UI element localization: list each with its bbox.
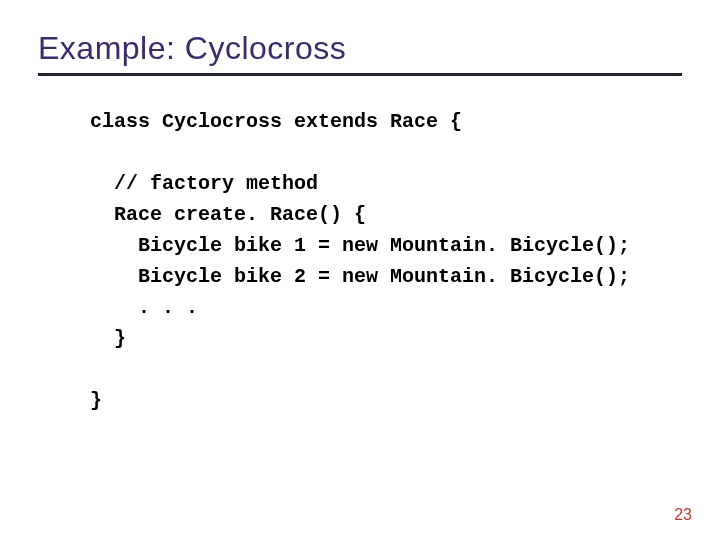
code-line: Race create. Race() { — [90, 203, 366, 226]
code-block: class Cyclocross extends Race { // facto… — [90, 106, 682, 416]
code-line: // factory method — [90, 172, 318, 195]
code-line: } — [90, 389, 102, 412]
code-line: Bicycle bike 1 = new Mountain. Bicycle()… — [90, 234, 630, 257]
code-line: class Cyclocross extends Race { — [90, 110, 462, 133]
page-number: 23 — [674, 506, 692, 524]
slide: Example: Cyclocross class Cyclocross ext… — [0, 0, 720, 540]
code-line: Bicycle bike 2 = new Mountain. Bicycle()… — [90, 265, 630, 288]
code-line: . . . — [90, 296, 198, 319]
title-underline — [38, 73, 682, 76]
slide-title: Example: Cyclocross — [38, 30, 682, 67]
code-line: } — [90, 327, 126, 350]
